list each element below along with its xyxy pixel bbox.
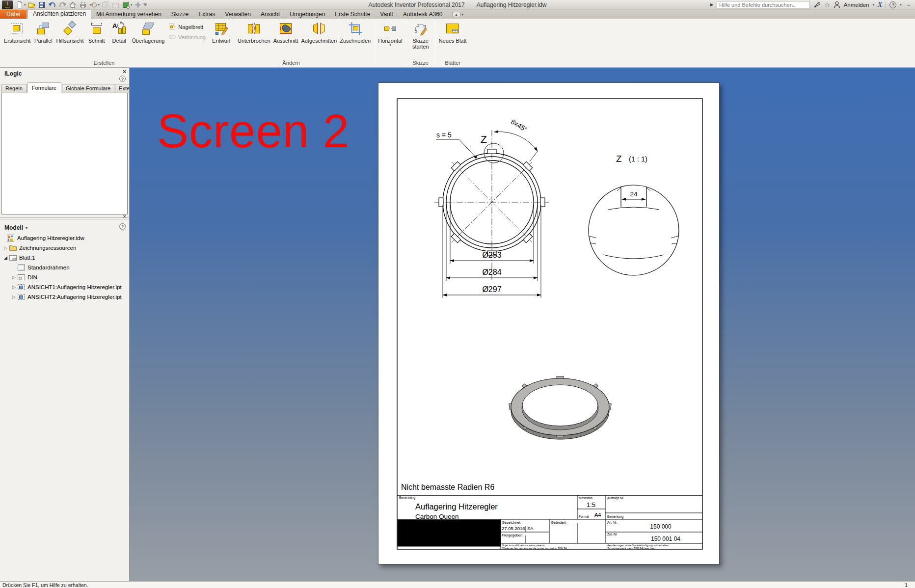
material-icon[interactable] bbox=[121, 0, 131, 9]
erstansicht-button[interactable]: Erstansicht bbox=[2, 20, 32, 44]
signin-label[interactable]: Anmelden bbox=[844, 2, 869, 8]
plus-icon[interactable] bbox=[134, 0, 143, 9]
detail-view-scale: (1 : 1) bbox=[629, 155, 647, 163]
signin-dropdown[interactable]: ▾ bbox=[873, 3, 875, 7]
tab-erste-schritte[interactable]: Erste Schritte bbox=[330, 10, 375, 19]
dim-dia-inner: Ø253 bbox=[482, 251, 501, 259]
help-dropdown[interactable]: ▾ bbox=[900, 3, 902, 7]
expander-collapsed-icon[interactable]: ▷ bbox=[11, 275, 17, 280]
detail-view-z[interactable]: Z (1 : 1) 24 bbox=[589, 154, 679, 275]
print-icon[interactable] bbox=[79, 0, 88, 9]
inventor-logo-icon[interactable]: IPRO bbox=[2, 0, 13, 9]
home-icon[interactable] bbox=[68, 0, 78, 9]
tree-item-din[interactable]: ▷ DIN bbox=[0, 272, 129, 282]
exchange-apps-icon[interactable]: X bbox=[878, 1, 882, 9]
open-icon[interactable] bbox=[27, 0, 36, 9]
measure-dropdown[interactable]: ▾ bbox=[98, 3, 100, 7]
modell-help-icon[interactable]: ? bbox=[119, 223, 126, 230]
tree-item-ansicht2[interactable]: ▷ ANSICHT2:Auflagering Hitzeregler.ipt bbox=[0, 292, 129, 302]
horizontal-dropdown[interactable]: ▾ bbox=[389, 44, 391, 47]
ilogic-help-icon[interactable]: ? bbox=[119, 76, 126, 82]
footnote-right-2: Schutzvermerk nach DIN 34 beachten bbox=[607, 547, 655, 550]
shaded-iso-view[interactable] bbox=[509, 376, 611, 440]
save-icon[interactable] bbox=[37, 0, 47, 9]
ueberlagerung-button[interactable]: Überlagerung bbox=[131, 20, 166, 44]
ausschnitt-icon bbox=[278, 21, 293, 37]
group-label-blaetter: Blätter bbox=[436, 59, 470, 67]
tab-skizze[interactable]: Skizze bbox=[166, 10, 193, 19]
redo-icon[interactable] bbox=[58, 0, 67, 9]
tab-ansichten-platzieren[interactable]: Ansichten platzieren bbox=[27, 9, 91, 19]
modell-panel-title[interactable]: Modell bbox=[4, 224, 23, 231]
ribbon-separator bbox=[435, 21, 435, 65]
modell-dropdown-icon[interactable]: ▾ bbox=[26, 226, 27, 230]
ilogic-panel-header: iLogic × ? bbox=[0, 68, 129, 80]
ilogic-tab-formulare[interactable]: Formulare bbox=[27, 82, 61, 93]
expander-collapsed-icon[interactable]: ▷ bbox=[11, 294, 17, 299]
tree-item-standardrahmen[interactable]: Standardrahmen bbox=[0, 263, 129, 272]
drawing-canvas[interactable]: Screen 2 bbox=[130, 68, 915, 581]
horizontal-button[interactable]: Horizontal ▾ bbox=[377, 20, 404, 47]
undo-icon[interactable] bbox=[48, 0, 57, 9]
ribbon-display-toggle[interactable]: ▲▾ bbox=[453, 12, 464, 19]
measure-icon[interactable] bbox=[89, 0, 98, 9]
zeinr-label: Zei.-Nr bbox=[607, 533, 618, 536]
chamfer-arc bbox=[494, 132, 538, 151]
profile-icon[interactable] bbox=[834, 1, 840, 8]
tab-mit-anmerkung-versehen[interactable]: Mit Anmerkung versehen bbox=[91, 10, 166, 19]
tab-autodesk-a360[interactable]: Autodesk A360 bbox=[398, 10, 448, 19]
panel-splitter[interactable]: × bbox=[0, 216, 129, 221]
tab-ansicht[interactable]: Ansicht bbox=[256, 10, 285, 19]
favorites-star-icon[interactable]: ☆ bbox=[824, 1, 830, 8]
minimize-button[interactable]: – bbox=[905, 2, 912, 8]
drawing-sheet[interactable]: s = 5 Z 8x45° bbox=[378, 82, 720, 564]
detail-button[interactable]: A Detail bbox=[108, 20, 131, 44]
modell-close-icon[interactable]: × bbox=[123, 214, 126, 219]
app-title: Autodesk Inventor Professional 2017 bbox=[369, 1, 465, 8]
tab-umgebungen[interactable]: Umgebungen bbox=[285, 10, 330, 19]
nagelbrett-button[interactable]: Nagelbrett bbox=[168, 23, 206, 31]
tab-extras[interactable]: Extras bbox=[193, 10, 220, 19]
parallel-button[interactable]: Parallel bbox=[32, 20, 54, 44]
tree-item-document[interactable]: Auflagering Hitzeregler.idw bbox=[0, 233, 129, 243]
aufgeschnitten-button[interactable]: Aufgeschnitten bbox=[299, 20, 338, 44]
skizze-starten-button[interactable]: Skizze starten bbox=[408, 20, 433, 50]
help-icon[interactable]: ? bbox=[889, 1, 896, 8]
ilogic-tab-globale-formulare[interactable]: Globale Formulare bbox=[62, 84, 114, 93]
expander-collapsed-icon[interactable]: ▷ bbox=[11, 285, 17, 290]
material-dropdown[interactable]: ▾ bbox=[131, 3, 133, 7]
format-value: A4 bbox=[594, 512, 601, 518]
ilogic-tab-externe-regeln[interactable]: Externe Regeln bbox=[115, 84, 129, 93]
qat-overflow-icon[interactable] bbox=[143, 2, 148, 7]
expander-collapsed-icon[interactable]: ▷ bbox=[2, 245, 9, 250]
benennung-label: Benennung bbox=[399, 496, 416, 500]
zuschneiden-button[interactable]: Zuschneiden bbox=[338, 20, 372, 44]
status-hint: Drücken Sie F1, um Hilfe zu erhalten. bbox=[2, 582, 88, 588]
ilogic-content-area[interactable] bbox=[1, 93, 128, 214]
expander-expanded-icon[interactable]: ◢ bbox=[2, 255, 9, 260]
neues-blatt-button[interactable]: Neues Blatt bbox=[437, 20, 468, 44]
forward-arrow-icon[interactable]: ▶ bbox=[710, 2, 713, 7]
unterbrochen-button[interactable]: Unterbrochen bbox=[236, 20, 272, 44]
tab-verwalten[interactable]: Verwalten bbox=[220, 10, 256, 19]
satellite-icon[interactable] bbox=[813, 1, 821, 8]
tab-datei[interactable]: Datei bbox=[0, 10, 27, 19]
tree-item-blatt1[interactable]: ◢ Blatt:1 bbox=[0, 253, 129, 263]
thickness-note: s = 5 bbox=[436, 131, 452, 139]
ilogic-tab-regeln[interactable]: Regeln bbox=[1, 84, 27, 93]
ilogic-close-icon[interactable]: × bbox=[123, 69, 126, 74]
ausschnitt-button[interactable]: Ausschnitt bbox=[272, 20, 300, 44]
search-input[interactable] bbox=[717, 1, 810, 8]
massstab-label: Massstab bbox=[579, 496, 592, 500]
main-view[interactable]: s = 5 Z 8x45° bbox=[434, 117, 549, 298]
tree-item-ansicht1[interactable]: ▷ ANSICHT1:Auflagering Hitzeregler.ipt bbox=[0, 282, 129, 292]
redaction-box bbox=[398, 520, 501, 547]
new-file-dropdown[interactable]: ▾ bbox=[24, 3, 26, 7]
schnitt-button[interactable]: Schnitt bbox=[85, 20, 108, 44]
entwurf-button[interactable]: Entwurf bbox=[210, 20, 233, 44]
hilfsansicht-button[interactable]: Hilfsansicht bbox=[54, 20, 85, 44]
new-file-icon[interactable] bbox=[15, 0, 24, 9]
tree-item-zeichnungsressourcen[interactable]: ▷ Zeichnungsressourcen bbox=[0, 243, 129, 253]
tab-vault[interactable]: Vault bbox=[375, 10, 398, 19]
drawing-frame bbox=[397, 99, 702, 549]
